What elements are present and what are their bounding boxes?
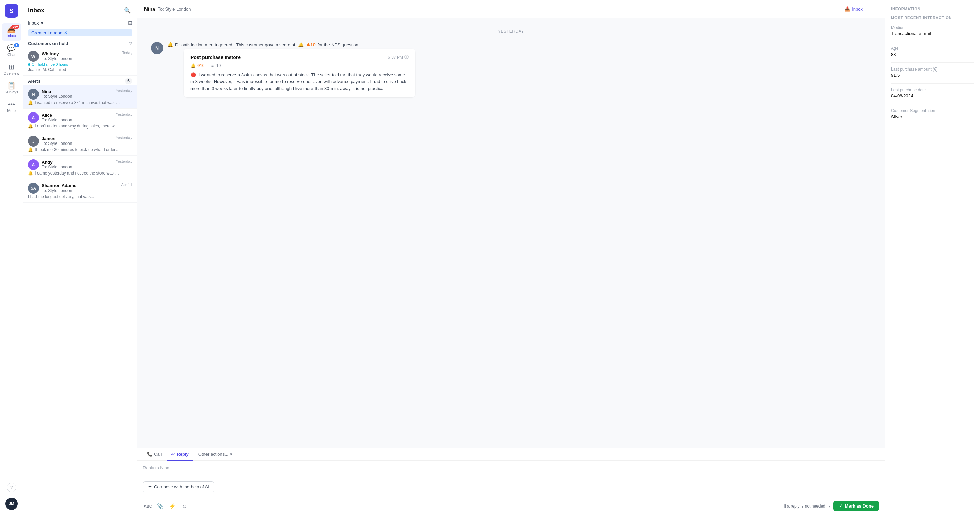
- nina-message-row: N 🔔 Dissatisfaction alert triggered · Th…: [151, 42, 871, 97]
- andy-preview: 🔔 I came yesterday and noticed the store…: [28, 171, 120, 175]
- nina-alert-icon: 🔔: [28, 100, 33, 105]
- conversation-item-alice[interactable]: A Alice To: Style London Yesterday 🔔 I d…: [23, 109, 137, 132]
- nav-item-overview[interactable]: ⊞ Overview: [2, 60, 21, 78]
- alerts-section-header: Alerts 6: [23, 76, 137, 85]
- alert-banner: 🔔 Dissatisfaction alert triggered · This…: [167, 42, 871, 49]
- info-medium: Medium Transactional e-mail: [891, 25, 974, 36]
- reply-tab-label: Reply: [177, 452, 188, 457]
- call-tab-icon: 📞: [147, 452, 152, 457]
- bolt-button[interactable]: ⚡: [167, 501, 178, 511]
- nav-label-more: More: [7, 109, 16, 113]
- james-name: James: [41, 136, 72, 141]
- filter-tag-close[interactable]: ×: [64, 30, 67, 35]
- info-purchase-date-value: 04/08/2024: [891, 93, 974, 99]
- inbox-tag-label: Inbox: [852, 6, 863, 11]
- nps-flag-icon: 🔔: [298, 42, 304, 48]
- andy-date: Yesterday: [116, 159, 132, 163]
- info-section-title: INFORMATION: [891, 7, 974, 11]
- conversation-item-nina[interactable]: N Nina To: Style London Yesterday 🔔 I wa…: [23, 85, 137, 109]
- nav-sidebar: S 📥 99+ Inbox 💬 1 Chat ⊞ Overview 📋 Surv…: [0, 0, 23, 514]
- james-avatar: J: [28, 136, 39, 146]
- inbox-tag-button[interactable]: 📥 Inbox: [842, 5, 865, 13]
- conversation-item-andy[interactable]: A Andy To: Style London Yesterday 🔔 I ca…: [23, 156, 137, 179]
- user-avatar[interactable]: JM: [5, 498, 18, 510]
- nav-item-inbox[interactable]: 📥 99+ Inbox: [2, 23, 21, 41]
- info-purchase-amount-value: 91.5: [891, 73, 974, 78]
- whitney-preview: Joanne M: Call failed: [28, 67, 120, 72]
- reply-input-area[interactable]: Reply to Nina: [137, 461, 885, 481]
- alice-preview: 🔔 I don't understand why during sales, t…: [28, 124, 120, 129]
- shannon-avatar: SA: [28, 183, 39, 194]
- compose-ai-icon: ✦: [148, 484, 152, 489]
- inbox-tag-icon: 📥: [845, 6, 850, 11]
- layers-icon: ≡: [211, 64, 214, 68]
- bubble-time: 6:37 PM ⓘ: [388, 54, 409, 60]
- inbox-panel: Inbox 🔍 Inbox ▾ ⊟ Greater London × Custo…: [23, 0, 137, 514]
- conversation-item-james[interactable]: J James To: Style London Yesterday 🔔 It …: [23, 132, 137, 156]
- on-hold-tag: On hold since 0 hours: [28, 62, 132, 67]
- alice-alert-icon: 🔔: [28, 124, 33, 129]
- date-divider: YESTERDAY: [151, 29, 871, 34]
- no-reply-text: If a reply is not needed: [784, 504, 825, 509]
- tab-other-actions[interactable]: Other actions... ▾: [194, 448, 237, 461]
- nav-item-chat[interactable]: 💬 1 Chat: [2, 42, 21, 59]
- nina-message-avatar: N: [151, 42, 163, 54]
- overview-icon: ⊞: [8, 64, 14, 70]
- main-header: Nina To: Style London 📥 Inbox ⋯: [137, 0, 885, 18]
- alice-avatar: A: [28, 112, 39, 123]
- nina-to: To: Style London: [41, 94, 72, 99]
- messages-area: YESTERDAY N 🔔 Dissatisfaction alert trig…: [137, 18, 885, 448]
- call-tab-label: Call: [154, 452, 162, 457]
- main-to: To: Style London: [158, 6, 191, 11]
- abc-format-button[interactable]: ABC: [143, 501, 153, 511]
- score-badge: 🔔 4/10: [191, 64, 204, 68]
- nav-item-surveys[interactable]: 📋 Surveys: [2, 80, 21, 97]
- tab-reply[interactable]: ↩ Reply: [167, 448, 192, 461]
- alerts-section-label: Alerts: [28, 79, 41, 84]
- andy-avatar: A: [28, 159, 39, 170]
- whitney-to: To: Style London: [41, 56, 72, 61]
- reply-toolbar: ABC 📎 ⚡ ☺ If a reply is not needed › ✓ M…: [137, 498, 885, 514]
- filter-chevron-icon: ▾: [41, 21, 43, 25]
- info-medium-label: Medium: [891, 25, 974, 30]
- james-preview: 🔔 It took me 30 minutes to pick-up what …: [28, 147, 120, 152]
- whitney-date: Today: [123, 51, 132, 55]
- inbox-search-button[interactable]: 🔍: [123, 5, 132, 15]
- conversation-item-whitney[interactable]: W Whitney To: Style London Today On hold…: [23, 48, 137, 76]
- tab-call[interactable]: 📞 Call: [143, 448, 165, 461]
- compose-ai-button[interactable]: ✦ Compose with the help of AI: [143, 481, 214, 492]
- james-to: To: Style London: [41, 141, 72, 146]
- active-filter-tag: Greater London ×: [28, 29, 132, 37]
- filter-toggle-icon[interactable]: ⊟: [128, 20, 132, 25]
- conversation-item-shannon[interactable]: SA Shannon Adams To: Style London Apr 11…: [23, 179, 137, 203]
- info-age-label: Age: [891, 46, 974, 51]
- bubble-title: Post purchase Instore: [191, 54, 240, 60]
- inbox-filter-label[interactable]: Inbox: [28, 21, 39, 25]
- info-age: Age 83: [891, 46, 974, 57]
- layers-count: 10: [216, 64, 221, 68]
- andy-alert-icon: 🔔: [28, 171, 33, 175]
- main-kebab-button[interactable]: ⋯: [868, 4, 878, 14]
- alice-to: To: Style London: [41, 118, 72, 123]
- nina-avatar: N: [28, 89, 39, 100]
- inbox-filter-row: Inbox ▾ ⊟: [23, 18, 137, 28]
- reply-area: 📞 Call ↩ Reply Other actions... ▾ Reply …: [137, 448, 885, 514]
- score-flag-icon: 🔔: [191, 64, 196, 68]
- on-hold-help-icon[interactable]: ?: [129, 41, 132, 46]
- error-dot-icon: 🔴: [191, 72, 196, 77]
- info-panel: INFORMATION MOST RECENT INTERACTION Medi…: [885, 0, 980, 514]
- info-icon[interactable]: ⓘ: [404, 54, 409, 60]
- mark-as-done-button[interactable]: ✓ Mark as Done: [834, 501, 879, 511]
- compose-ai-label: Compose with the help of AI: [154, 484, 209, 489]
- nav-item-more[interactable]: ••• More: [2, 98, 21, 116]
- emoji-icon: ☺: [182, 503, 187, 509]
- info-segmentation: Customer Segmentation Silver: [891, 108, 974, 119]
- attach-icon: 📎: [157, 503, 164, 509]
- info-subsection-title: MOST RECENT INTERACTION: [891, 16, 974, 20]
- other-actions-chevron: ▾: [230, 452, 232, 457]
- help-button[interactable]: ?: [7, 483, 16, 492]
- emoji-button[interactable]: ☺: [180, 501, 190, 511]
- nina-date: Yesterday: [116, 89, 132, 93]
- message-bubble: Post purchase Instore 6:37 PM ⓘ 🔔 4/10 ·…: [184, 49, 415, 97]
- attach-button[interactable]: 📎: [155, 501, 165, 511]
